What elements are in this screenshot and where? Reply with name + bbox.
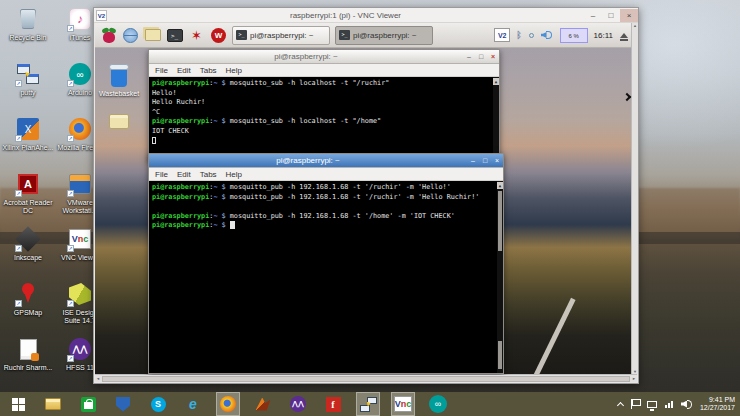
- taskbar-hfss[interactable]: ⋀⋀: [286, 392, 310, 416]
- terminal2-scrollbar[interactable]: ▲: [497, 181, 503, 373]
- terminal-line: ^C: [152, 108, 496, 118]
- menu-edit[interactable]: Edit: [177, 66, 191, 75]
- maximize-button[interactable]: □: [475, 53, 487, 60]
- pi-wolfram-button[interactable]: W: [210, 27, 227, 44]
- tray-overflow-chevron-icon[interactable]: [618, 401, 623, 408]
- wallpaper-road-line: [529, 298, 575, 375]
- scroll-right-icon[interactable]: ►: [632, 376, 636, 382]
- desktop-icon-gpsmap[interactable]: ➚ GPSMap: [2, 281, 54, 336]
- terminal2-screen[interactable]: pi@raspberrypi:~ $ mosquitto_pub -h 192.…: [149, 181, 503, 373]
- vnc-vertical-scrollbar[interactable]: ▲ ▼: [631, 23, 638, 375]
- taskbar-remote-desktop[interactable]: [356, 392, 380, 416]
- pi-mathematica-button[interactable]: ✶: [188, 27, 205, 44]
- pi-desktop: Wastebasket pi@raspberrypi: ~ – □ × File: [95, 48, 633, 375]
- volume-icon[interactable]: [681, 400, 692, 409]
- menu-edit[interactable]: Edit: [177, 170, 191, 179]
- minimize-button[interactable]: –: [463, 53, 475, 60]
- terminal-icon: >_: [339, 30, 350, 40]
- store-icon: [81, 397, 96, 412]
- menu-help[interactable]: Help: [226, 66, 242, 75]
- terminal-window-sub: pi@raspberrypi: ~ – □ × File Edit Tabs H…: [148, 49, 500, 161]
- desktop-icon-recycle-bin[interactable]: Recycle Bin: [2, 6, 54, 61]
- eject-icon[interactable]: [620, 33, 628, 38]
- terminal1-scrollbar[interactable]: ▲: [493, 77, 499, 160]
- network-icon[interactable]: [665, 401, 673, 408]
- terminal-line: [152, 202, 500, 212]
- wolfram-icon: W: [211, 28, 226, 43]
- network-icon[interactable]: [529, 33, 534, 38]
- pi-task-button-terminal2[interactable]: >_ pi@raspberrypi: ~: [335, 26, 433, 45]
- flag-icon[interactable]: [631, 399, 639, 409]
- close-button[interactable]: ×: [487, 53, 499, 60]
- terminal1-screen[interactable]: pi@raspberrypi:~ $ mosquitto_sub -h loca…: [149, 77, 499, 160]
- minimize-button[interactable]: –: [584, 9, 602, 22]
- taskbar-internet-explorer[interactable]: e: [181, 392, 205, 416]
- pi-icon-wastebasket[interactable]: Wastebasket: [95, 64, 143, 97]
- taskbar-skype[interactable]: S: [146, 392, 170, 416]
- taskbar-vnc-viewer[interactable]: Vnc: [391, 392, 415, 416]
- taskbar-f-app[interactable]: f: [321, 392, 345, 416]
- bluetooth-icon[interactable]: ᛒ: [516, 30, 521, 40]
- pi-clock[interactable]: 16:11: [594, 31, 613, 40]
- volume-icon[interactable]: [541, 30, 553, 40]
- menu-tabs[interactable]: Tabs: [200, 66, 217, 75]
- taskbar-matlab[interactable]: [251, 392, 275, 416]
- pi-browser-button[interactable]: [122, 27, 139, 44]
- desktop-icon-inkscape[interactable]: ➚ Inkscape: [2, 226, 54, 281]
- pi-terminal-button[interactable]: >_: [166, 27, 183, 44]
- taskbar-arduino[interactable]: ∞: [426, 392, 450, 416]
- monitor-icon[interactable]: [647, 401, 657, 408]
- scrollbar-thumb[interactable]: [102, 376, 630, 382]
- remote-desktop-icon: [360, 397, 377, 412]
- scrollbar-thumb[interactable]: [498, 191, 502, 251]
- menu-file[interactable]: File: [155, 66, 168, 75]
- globe-icon: [123, 28, 138, 43]
- taskbar-clock[interactable]: 9:41 PM 12/27/2017: [700, 396, 735, 412]
- maximize-button[interactable]: □: [479, 157, 491, 164]
- firefox-icon: [220, 396, 236, 412]
- pi-icon-folder[interactable]: [95, 114, 143, 129]
- scroll-up-icon[interactable]: ▲: [633, 23, 637, 29]
- vnc-horizontal-scrollbar[interactable]: ◄ ►: [95, 374, 637, 382]
- pi-menu-button[interactable]: [100, 27, 117, 44]
- terminal-prompt-line: pi@raspberrypi:~ $: [152, 221, 500, 231]
- close-button[interactable]: ×: [491, 157, 503, 164]
- menu-help[interactable]: Help: [226, 170, 242, 179]
- taskbar-defender[interactable]: [111, 392, 135, 416]
- minimize-button[interactable]: –: [467, 157, 479, 164]
- taskbar-store[interactable]: [76, 392, 100, 416]
- scroll-up-icon[interactable]: ▲: [493, 78, 499, 85]
- close-button[interactable]: ×: [620, 9, 638, 22]
- cpu-monitor[interactable]: 6 %: [560, 28, 588, 43]
- pi-system-tray: V2 ᛒ 6 % 16:11: [494, 28, 633, 43]
- terminal2-titlebar[interactable]: pi@raspberrypi: ~ – □ ×: [149, 154, 503, 168]
- icon-label: Wastebasket: [99, 90, 139, 97]
- desktop-icon-acrobat[interactable]: A➚ Acrobat Reader DC: [2, 171, 54, 226]
- icon-label: Acrobat Reader DC: [2, 199, 54, 215]
- desktop-icon-xilinx-planahead[interactable]: X➚ Xilinx PlanAhe...: [2, 116, 54, 171]
- matlab-icon: [256, 398, 271, 411]
- scroll-up-icon[interactable]: ▲: [497, 182, 503, 189]
- pi-file-manager-button[interactable]: [144, 27, 161, 44]
- menu-tabs[interactable]: Tabs: [200, 170, 217, 179]
- taskbar-firefox[interactable]: [216, 392, 240, 416]
- desktop-icon-putty[interactable]: ➚ putty: [2, 61, 54, 116]
- vnc-viewer-icon: Vnc: [394, 396, 412, 412]
- pi-task-button-terminal1[interactable]: >_ pi@raspberrypi: ~: [232, 26, 330, 45]
- menu-file[interactable]: File: [155, 170, 168, 179]
- vnc-server-tray-icon[interactable]: V2: [494, 28, 510, 42]
- scroll-left-icon[interactable]: ◄: [96, 376, 100, 382]
- desktop-icon-ruchir-doc[interactable]: Ruchir Sharm...: [2, 336, 54, 391]
- icon-label: putty: [20, 89, 35, 97]
- icon-label: HFSS 11: [66, 364, 94, 372]
- maximize-button[interactable]: □: [602, 9, 620, 22]
- vnc-titlebar[interactable]: V2 raspberrypi:1 (pi) - VNC Viewer – □ ×: [94, 8, 638, 23]
- terminal-line: pi@raspberrypi:~ $ mosquitto_pub -h 192.…: [152, 193, 500, 203]
- terminal-cursor: [152, 137, 156, 144]
- terminal-icon: >_: [167, 29, 183, 42]
- terminal-line: IOT CHECK: [152, 127, 496, 137]
- start-button[interactable]: [6, 392, 30, 416]
- terminal1-titlebar[interactable]: pi@raspberrypi: ~ – □ ×: [149, 50, 499, 64]
- scrollbar-thumb[interactable]: [498, 341, 502, 369]
- taskbar-file-explorer[interactable]: [41, 392, 65, 416]
